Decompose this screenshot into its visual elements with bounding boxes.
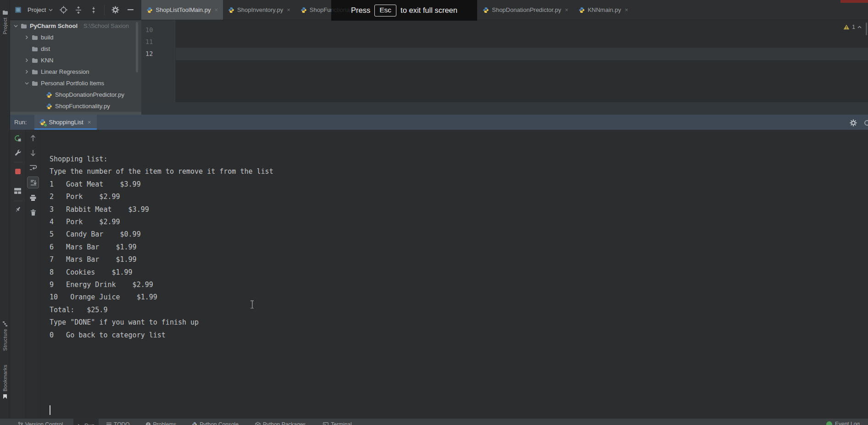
status-version-control[interactable]: Version Control [14,419,67,425]
esc-key-badge: Esc [374,5,396,17]
pycharm-window: Project Structure Bookmarks Project [0,0,868,425]
tab-shoplisttoolmain[interactable]: ShopListToolMain.py × [141,0,223,20]
status-problems[interactable]: Problems [141,419,181,425]
rerun-button[interactable] [13,133,22,143]
expand-all-button[interactable] [74,6,83,15]
tree-scrollbar[interactable] [136,22,138,72]
collapse-all-button[interactable] [89,6,98,15]
tree-item-build[interactable]: build [10,32,141,43]
run-tab-label: ShoppingList [49,119,83,126]
run-tab-close-icon[interactable]: × [88,119,91,126]
run-settings-button[interactable] [849,118,858,127]
tree-item-personal-portfolio[interactable]: Personal Portfolio Items [10,77,141,89]
project-tool-window-icon [15,6,22,13]
up-stacktrace-button[interactable] [28,133,38,143]
folder-icon [32,69,38,75]
restore-layout-button[interactable] [13,186,22,195]
run-label: Run: [14,119,27,126]
tree-item-label: Linear Regression [41,68,89,75]
editor-pane[interactable]: 10 11 12 1 [141,20,868,102]
tree-item-shopdonationpredictor[interactable]: ShopDonationPredictor.py [10,89,141,100]
python-file-icon [483,7,489,13]
status-todo[interactable]: TODO [102,419,134,425]
console-line: 1 Goat Meat $3.99 [50,178,273,191]
packages-icon [255,422,261,425]
printer-icon [29,194,37,201]
tree-item-dist[interactable]: dist [10,43,141,55]
soft-wrap-icon [29,164,37,171]
arrow-down-icon [30,149,36,156]
locate-file-button[interactable] [59,6,68,15]
console-line: 6 Mars Bar $1.99 [50,241,273,254]
chevron-down-icon [49,9,53,11]
project-selector-label: Project [28,6,46,13]
tab-close-icon[interactable]: × [625,6,629,13]
status-bar: Version Control Run TODO Problems Python… [0,418,868,425]
collapse-all-icon [90,6,97,14]
console-line: 4 Pork $2.99 [50,216,273,228]
run-console[interactable]: Shopping list: Type the number of the it… [40,130,868,418]
settings-button[interactable] [111,6,120,15]
folder-icon [32,58,38,63]
stripe-button-bookmarks[interactable]: Bookmarks [0,364,10,399]
tab-close-icon[interactable]: × [214,6,218,13]
stop-button[interactable] [13,167,22,176]
tab-close-icon[interactable]: × [287,6,290,13]
stripe-button-structure[interactable]: Structure [0,321,10,351]
layout-icon [14,188,22,194]
editor-bottom-strip [141,102,868,115]
run-header-cut-icon[interactable] [862,118,868,127]
console-line: 5 Candy Bar $0.99 [50,228,273,241]
status-run[interactable]: Run [73,419,99,425]
stripe-label-bookmarks: Bookmarks [2,364,8,392]
chevron-up-icon [857,26,862,28]
run-tool-window-header: Run: ShoppingList × [10,115,868,130]
down-stacktrace-button[interactable] [28,148,38,157]
mouse-ibeam-cursor [250,300,254,309]
tree-item-label: build [41,34,53,41]
inspections-widget[interactable]: 1 [843,24,862,30]
tree-root-pycharm-school[interactable]: PyCharm School S:\School Saxion [10,20,141,32]
stop-icon [15,168,21,175]
tab-knnmain[interactable]: KNNmain.py × [573,0,634,20]
run-tab-shoppinglist[interactable]: ShoppingList × [34,115,97,130]
line-number: 10 [145,24,175,36]
status-python-console[interactable]: Python Console [188,419,243,425]
pin-tab-button[interactable] [13,205,22,214]
status-event-log[interactable]: Event Log [818,419,868,425]
python-file-icon [46,92,52,98]
tree-item-label: KNN [41,57,53,64]
scroll-to-end-button[interactable] [27,177,39,188]
active-tab-underline [34,128,97,130]
tree-root-name: PyCharm School [30,22,78,29]
tab-shopdonationpredictor[interactable]: ShopDonationPredictor.py × [478,0,573,20]
todo-list-icon [106,422,111,425]
hide-panel-button[interactable] [126,6,135,15]
print-button[interactable] [28,193,38,202]
gear-icon [111,6,119,14]
project-selector[interactable]: Project [28,6,53,13]
tree-item-shopfunctionality[interactable]: ShopFunctionality.py [10,100,141,112]
tab-close-icon[interactable]: × [565,6,568,13]
running-indicator-dot [44,124,47,127]
bookmark-icon [2,394,8,399]
chevron-right-icon [25,35,29,39]
folder-icon [32,46,38,52]
edit-configuration-button[interactable] [13,148,22,157]
tree-item-linear-regression[interactable]: Linear Regression [10,66,141,77]
stripe-button-project[interactable]: Project [0,10,10,34]
soft-wrap-button[interactable] [28,163,38,172]
status-python-packages[interactable]: Python Packages [251,419,310,425]
python-run-icon [39,119,46,126]
terminal-icon [323,422,328,425]
console-line: 2 Pork $2.99 [50,191,273,203]
editor-scrollbar[interactable] [866,22,867,35]
tree-item-knn[interactable]: KNN [10,55,141,66]
clear-console-button[interactable] [28,208,38,217]
status-terminal[interactable]: Terminal [319,419,356,425]
stripe-label-project: Project [2,17,8,34]
tab-shopinventory[interactable]: ShopInventory.py × [223,0,295,20]
console-line: Type the number of the item to remove it… [50,166,273,178]
status-item-label: Python Console [200,421,239,425]
event-log-label: Event Log [835,421,860,425]
